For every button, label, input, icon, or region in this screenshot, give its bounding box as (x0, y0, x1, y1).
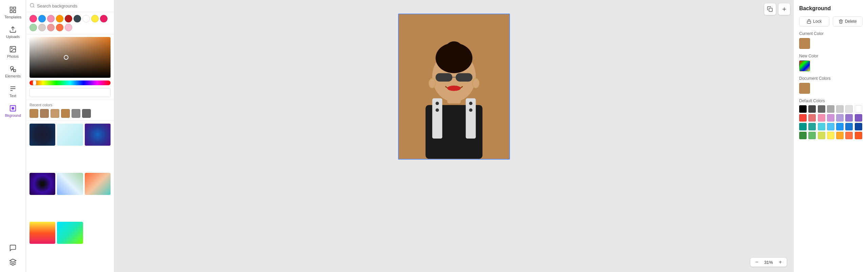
recent-swatch-6[interactable] (82, 109, 91, 118)
layers-icon (9, 258, 17, 266)
default-swatch[interactable] (818, 105, 825, 113)
delete-button[interactable]: Delete (833, 16, 863, 26)
default-swatch[interactable] (845, 114, 853, 122)
default-swatch[interactable] (845, 123, 853, 130)
recent-swatch-4[interactable] (61, 109, 70, 118)
default-swatch[interactable] (836, 123, 844, 130)
default-swatch[interactable] (808, 123, 816, 130)
sidebar-item-text[interactable]: Text (0, 81, 26, 101)
bg-thumb[interactable] (85, 124, 111, 146)
right-panel-actions: Lock Delete (799, 16, 863, 26)
swatch-lightsalmon[interactable] (47, 24, 55, 31)
sidebar-item-uploads[interactable]: Uploads (0, 22, 26, 42)
grid-icon (9, 6, 17, 14)
default-swatch[interactable] (808, 114, 816, 122)
default-swatch[interactable] (808, 105, 816, 113)
zoom-in-button[interactable]: + (777, 259, 783, 265)
upload-icon (9, 26, 17, 33)
duplicate-icon (767, 6, 773, 12)
svg-rect-35 (807, 21, 811, 23)
swatch-pink[interactable] (47, 15, 55, 22)
swatch-blue[interactable] (38, 15, 46, 22)
default-swatch[interactable] (836, 105, 844, 113)
sidebar-item-background[interactable]: Bkground (0, 101, 26, 121)
sidebar-item-templates[interactable]: Templates (0, 3, 26, 22)
current-color-section: Current Color (799, 31, 863, 49)
svg-point-28 (445, 41, 463, 60)
swatch-darkred[interactable] (65, 15, 72, 22)
document-color-box[interactable] (799, 83, 810, 94)
add-icon (781, 6, 787, 12)
swatch-darkgrey[interactable] (74, 15, 81, 22)
recent-swatch-3[interactable] (51, 109, 59, 118)
bg-thumb[interactable] (29, 124, 55, 146)
bg-thumb[interactable] (57, 124, 83, 146)
swatch-tan[interactable] (38, 24, 46, 31)
swatch-lightpink[interactable] (65, 24, 72, 31)
chat-icon (9, 244, 17, 252)
bg-thumb[interactable] (29, 173, 55, 195)
sidebar-item-label: Photos (7, 54, 19, 58)
sidebar-item-photos[interactable]: Photos (0, 42, 26, 62)
hex-input[interactable]: #A97F59 (29, 88, 111, 97)
recent-colors-section: Recent colors (26, 100, 114, 121)
recent-swatch-2[interactable] (40, 109, 49, 118)
default-swatch[interactable] (808, 132, 816, 139)
zoom-controls: − 31% + (750, 258, 787, 267)
recent-swatch-1[interactable] (29, 109, 38, 118)
search-input[interactable] (37, 3, 111, 8)
sidebar-item-elements[interactable]: Elements (0, 62, 26, 81)
trash-icon (839, 19, 843, 24)
svg-marker-11 (10, 259, 16, 262)
default-swatch[interactable] (818, 132, 825, 139)
current-color-box[interactable] (799, 38, 810, 49)
default-swatch[interactable] (855, 105, 862, 113)
swatch-yellow[interactable] (91, 15, 99, 22)
default-swatch[interactable] (818, 123, 825, 130)
default-swatch[interactable] (827, 114, 834, 122)
duplicate-button[interactable] (764, 3, 776, 15)
default-swatch[interactable] (827, 123, 834, 130)
sidebar-item-layers[interactable] (0, 255, 26, 269)
new-color-box[interactable] (799, 60, 810, 71)
bg-thumb[interactable] (57, 173, 83, 195)
color-gradient-box[interactable] (29, 37, 111, 78)
svg-rect-0 (10, 7, 12, 9)
swatch-orange[interactable] (56, 15, 63, 22)
default-swatch[interactable] (799, 123, 807, 130)
default-swatch[interactable] (799, 105, 807, 113)
swatch-white[interactable] (82, 15, 90, 22)
default-swatch[interactable] (818, 114, 825, 122)
sidebar-item-chat[interactable] (0, 241, 26, 255)
default-swatch[interactable] (836, 114, 844, 122)
default-swatch[interactable] (799, 114, 807, 122)
bg-thumb[interactable] (57, 222, 83, 244)
sidebar-item-label: Uploads (6, 35, 20, 39)
default-swatch[interactable] (836, 132, 844, 139)
svg-point-12 (30, 3, 34, 7)
default-swatch[interactable] (799, 132, 807, 139)
canvas-image[interactable] (398, 14, 510, 160)
swatch-deeporange[interactable] (56, 24, 63, 31)
default-swatch[interactable] (855, 114, 862, 122)
default-swatch[interactable] (827, 132, 834, 139)
sidebar-item-label: Bkground (5, 113, 21, 117)
recent-swatch-5[interactable] (72, 109, 80, 118)
bg-thumb[interactable] (85, 173, 111, 195)
zoom-out-button[interactable]: − (754, 259, 760, 265)
swatch-lightgreen[interactable] (29, 24, 37, 31)
svg-rect-30 (455, 73, 472, 81)
hue-slider[interactable] (29, 80, 111, 85)
default-swatch[interactable] (845, 105, 853, 113)
default-swatch[interactable] (845, 132, 853, 139)
default-swatch[interactable] (855, 123, 862, 130)
bg-thumb[interactable] (29, 222, 55, 244)
default-swatch[interactable] (855, 132, 862, 139)
lock-button[interactable]: Lock (799, 16, 829, 26)
swatch-hotpink[interactable] (100, 15, 107, 22)
default-swatch[interactable] (827, 105, 834, 113)
add-button[interactable] (778, 3, 790, 15)
swatch-magenta[interactable] (29, 15, 37, 22)
svg-rect-2 (10, 11, 12, 13)
svg-point-32 (447, 86, 461, 91)
